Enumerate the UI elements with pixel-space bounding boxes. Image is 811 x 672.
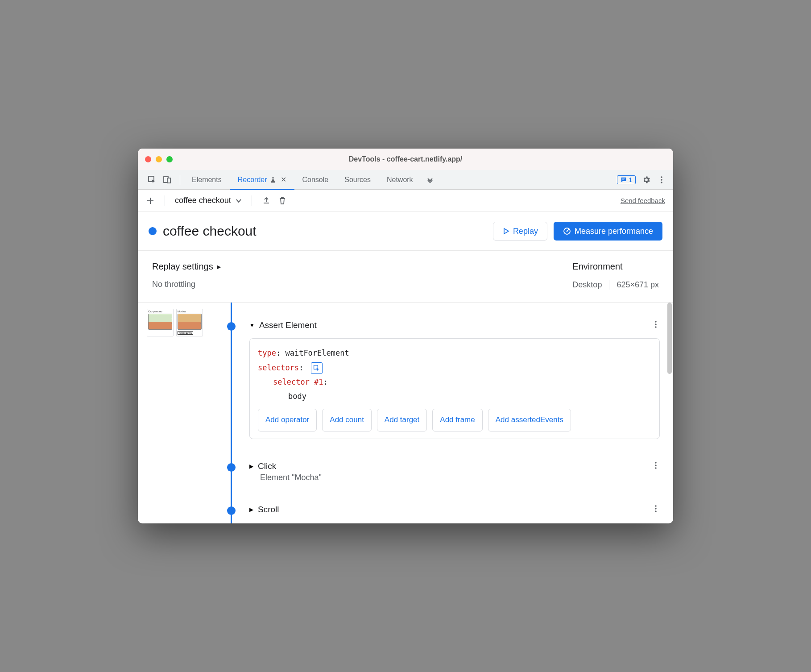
tab-elements[interactable]: Elements [184, 170, 230, 190]
device-toolbar-icon[interactable] [163, 175, 172, 184]
svg-point-15 [655, 465, 657, 466]
svg-point-9 [566, 231, 567, 232]
step-dot [227, 463, 236, 472]
selector-picker-icon[interactable] [311, 362, 323, 374]
timeline: ▼ Assert Element type: waitForElement se… [218, 303, 673, 523]
step-assert-element: ▼ Assert Element type: waitForElement se… [218, 320, 660, 439]
chat-icon [621, 177, 627, 183]
svg-point-10 [655, 321, 657, 323]
tab-network[interactable]: Network [379, 170, 421, 190]
separator [165, 195, 165, 206]
more-tabs-icon[interactable] [421, 170, 439, 190]
minimize-window-button[interactable] [156, 156, 162, 162]
flask-icon [270, 177, 276, 183]
separator [252, 195, 252, 206]
add-frame-button[interactable]: Add frame [432, 409, 482, 431]
chevron-right-icon[interactable]: ▶ [249, 463, 253, 469]
svg-point-17 [655, 505, 657, 507]
replay-settings-toggle[interactable]: Replay settings ▶ [152, 261, 572, 272]
status-dot [149, 227, 157, 235]
chevron-right-icon[interactable]: ▶ [249, 506, 253, 513]
settings-icon[interactable] [642, 175, 651, 184]
step-subtitle: Element "Mocha" [249, 473, 660, 482]
viewport-value: 625×671 px [617, 280, 659, 290]
step-menu-icon[interactable] [652, 461, 660, 471]
svg-point-11 [655, 324, 657, 325]
thumbnail-column: Cappuccino Mocha Total: $0.00 [138, 303, 218, 523]
recorder-toolbar: coffee checkout Send feedback [138, 190, 673, 212]
add-count-button[interactable]: Add count [322, 409, 372, 431]
svg-rect-4 [622, 179, 624, 180]
recording-title-row: coffee checkout [149, 224, 257, 239]
svg-point-18 [655, 508, 657, 510]
tab-sources[interactable]: Sources [336, 170, 379, 190]
svg-point-6 [661, 179, 662, 181]
svg-point-16 [655, 467, 657, 469]
measure-performance-button[interactable]: Measure performance [554, 222, 662, 241]
screenshot-thumbnail[interactable]: Mocha Total: $0.00 [176, 309, 203, 336]
recording-select[interactable]: coffee checkout [175, 196, 242, 205]
chevron-down-icon [236, 198, 242, 204]
step-details-card: type: waitForElement selectors: selector… [249, 338, 660, 439]
step-dot [227, 506, 236, 515]
inspect-element-icon[interactable] [148, 175, 157, 184]
chevron-right-icon: ▶ [217, 264, 221, 270]
close-tab-icon[interactable]: ✕ [281, 175, 286, 184]
step-scroll: ▶ Scroll [218, 505, 660, 514]
svg-point-7 [661, 182, 662, 183]
close-window-button[interactable] [145, 156, 151, 162]
throttling-value: No throttling [152, 280, 572, 289]
gauge-icon [563, 227, 571, 235]
step-click: ▶ Click Element "Mocha" [218, 461, 660, 482]
settings-section: Replay settings ▶ No throttling Environm… [138, 251, 673, 303]
svg-rect-3 [622, 178, 625, 179]
screenshot-thumbnail[interactable]: Cappuccino [147, 309, 174, 336]
tab-console[interactable]: Console [294, 170, 337, 190]
more-options-icon[interactable] [657, 175, 666, 184]
new-recording-icon[interactable] [146, 196, 155, 205]
environment-title: Environment [572, 261, 659, 272]
step-dot [227, 322, 236, 331]
svg-rect-2 [167, 178, 170, 183]
title-bar: DevTools - coffee-cart.netlify.app/ [138, 149, 673, 170]
step-menu-icon[interactable] [652, 320, 660, 330]
devtools-tabs-bar: Elements Recorder ✕ Console Sources Netw… [138, 170, 673, 190]
svg-point-12 [655, 326, 657, 328]
step-title[interactable]: Assert Element [259, 320, 317, 330]
selector-value: body [288, 392, 306, 401]
devtools-window: DevTools - coffee-cart.netlify.app/ Elem… [138, 149, 673, 523]
maximize-window-button[interactable] [166, 156, 173, 162]
replay-button[interactable]: Replay [493, 222, 547, 241]
separator [609, 280, 609, 290]
issues-badge[interactable]: 1 [617, 175, 636, 184]
send-feedback-link[interactable]: Send feedback [621, 197, 665, 204]
add-asserted-events-button[interactable]: Add assertedEvents [488, 409, 571, 431]
svg-point-14 [655, 462, 657, 464]
play-icon [502, 228, 509, 235]
steps-area: Cappuccino Mocha Total: $0.00 ▼ As [138, 303, 673, 523]
window-title: DevTools - coffee-cart.netlify.app/ [349, 155, 463, 163]
scrollbar[interactable] [667, 303, 672, 374]
add-target-button[interactable]: Add target [377, 409, 427, 431]
svg-point-5 [661, 176, 662, 178]
chevron-down-icon[interactable]: ▼ [249, 322, 255, 328]
traffic-lights [145, 156, 173, 162]
step-title[interactable]: Click [258, 461, 276, 471]
separator [180, 175, 180, 185]
svg-point-19 [655, 510, 657, 512]
add-operator-button[interactable]: Add operator [258, 409, 317, 431]
recording-title: coffee checkout [163, 224, 257, 239]
tab-list: Elements Recorder ✕ Console Sources Netw… [184, 170, 617, 190]
step-menu-icon[interactable] [652, 505, 660, 514]
device-value: Desktop [572, 280, 602, 290]
delete-icon[interactable] [278, 196, 287, 205]
step-title[interactable]: Scroll [258, 505, 279, 514]
export-icon[interactable] [262, 196, 271, 205]
tab-recorder[interactable]: Recorder ✕ [230, 170, 294, 190]
recording-header: coffee checkout Replay Measure performan… [138, 212, 673, 251]
